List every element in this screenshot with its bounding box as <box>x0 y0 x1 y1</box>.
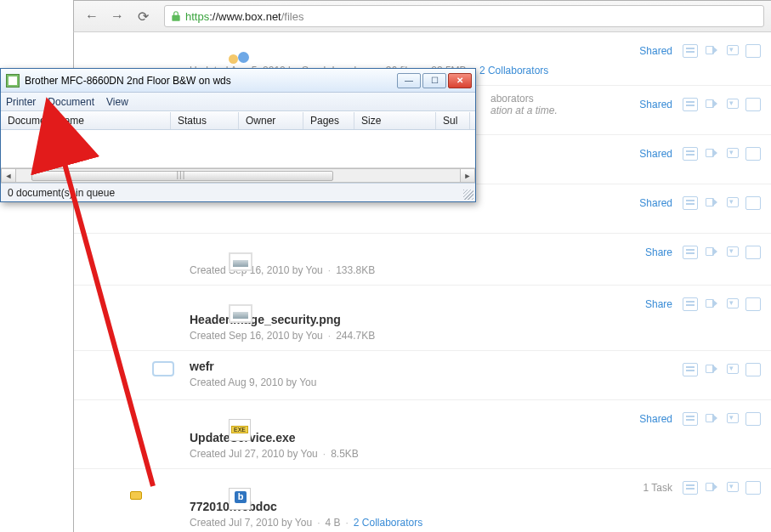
comment-icon[interactable] <box>683 196 698 210</box>
tag-icon[interactable] <box>703 481 720 495</box>
comment-icon[interactable] <box>683 363 698 376</box>
window-minimize-button[interactable]: — <box>397 73 421 88</box>
select-checkbox[interactable] <box>745 98 761 111</box>
more-actions-icon[interactable] <box>725 44 740 58</box>
tag-icon[interactable] <box>703 412 720 426</box>
comment-icon[interactable] <box>683 481 698 495</box>
file-meta: Created Aug 9, 2010 by You <box>190 376 771 388</box>
tag-icon[interactable] <box>703 147 720 161</box>
more-actions-icon[interactable] <box>725 481 740 495</box>
back-button[interactable]: ← <box>81 5 103 27</box>
share-link[interactable]: Shared <box>639 45 672 57</box>
row-action-icons <box>683 363 761 376</box>
resize-grip-icon[interactable] <box>463 190 473 200</box>
tag-icon[interactable] <box>703 196 720 210</box>
more-actions-icon[interactable] <box>725 98 740 111</box>
partial-text: ation at a time. <box>490 105 558 116</box>
row-action-icons <box>683 297 761 311</box>
more-actions-icon[interactable] <box>725 147 740 161</box>
select-checkbox[interactable] <box>745 246 761 259</box>
file-name[interactable]: UpdateService.exe <box>190 431 771 444</box>
menu-document[interactable]: Document <box>48 96 94 108</box>
column-header[interactable]: Sul <box>436 112 470 129</box>
share-link[interactable]: Shared <box>639 413 672 425</box>
url-path: /files <box>281 10 304 23</box>
file-name[interactable]: 772010.webdoc <box>190 500 771 513</box>
printer-status-text: 0 document(s) in queue <box>8 187 115 199</box>
row-action-icons <box>683 412 761 426</box>
printer-icon <box>6 74 20 88</box>
column-header[interactable]: Document Name <box>1 112 171 129</box>
task-count[interactable]: 1 Task <box>643 482 672 494</box>
column-header[interactable]: Status <box>171 112 239 129</box>
tag-icon[interactable] <box>703 44 720 58</box>
row-action-icons <box>683 147 761 161</box>
partial-text: aborators <box>490 93 558 105</box>
select-checkbox[interactable] <box>745 147 761 161</box>
more-actions-icon[interactable] <box>725 412 740 426</box>
menu-printer[interactable]: Printer <box>6 96 36 108</box>
file-name[interactable]: Headerimage_security.png <box>190 313 771 326</box>
collaborators-link[interactable]: 2 Collaborators <box>340 517 422 529</box>
menu-view[interactable]: View <box>106 96 128 108</box>
select-checkbox[interactable] <box>745 44 761 58</box>
file-row[interactable]: wefrCreated Aug 9, 2010 by You <box>74 351 771 400</box>
row-action-icons <box>683 98 761 111</box>
scroll-right-button[interactable]: ► <box>460 168 475 183</box>
lock-icon <box>170 10 182 22</box>
share-link[interactable]: Share <box>645 298 672 310</box>
printer-window: Brother MFC-8660DN 2nd Floor B&W on wds … <box>0 68 476 202</box>
file-row[interactable]: Created Sep 16, 2010 by You133.8KBShare <box>74 234 771 286</box>
column-header[interactable]: Owner <box>239 112 303 129</box>
file-row[interactable]: 772010.webdocCreated Jul 7, 2010 by You4… <box>74 469 771 532</box>
file-meta: Created Sep 16, 2010 by You244.7KB <box>190 330 771 342</box>
share-link[interactable]: Shared <box>639 197 672 209</box>
webdoc-icon <box>229 488 251 510</box>
column-header[interactable]: Size <box>354 112 436 129</box>
scroll-track[interactable] <box>16 168 460 183</box>
tag-icon[interactable] <box>703 363 720 376</box>
share-link[interactable]: Share <box>645 246 672 258</box>
scroll-left-button[interactable]: ◄ <box>1 168 16 183</box>
share-link[interactable]: Shared <box>639 99 672 110</box>
reload-button[interactable]: ⟳ <box>132 5 154 27</box>
img-icon <box>229 304 252 323</box>
select-checkbox[interactable] <box>745 363 761 376</box>
printer-title: Brother MFC-8660DN 2nd Floor B&W on wds <box>25 75 397 87</box>
comment-icon[interactable] <box>683 44 698 58</box>
select-checkbox[interactable] <box>745 481 761 495</box>
more-actions-icon[interactable] <box>725 297 740 311</box>
collaborators-link[interactable]: 2 Collaborators <box>467 65 549 76</box>
url-bar[interactable]: https ://www.box.net /files <box>164 5 764 27</box>
comment-icon[interactable] <box>683 412 698 426</box>
file-row[interactable]: UpdateService.exeCreated Jul 27, 2010 by… <box>74 400 771 469</box>
scroll-thumb[interactable] <box>31 171 333 181</box>
more-actions-icon[interactable] <box>725 246 740 259</box>
horizontal-scrollbar[interactable]: ◄ ► <box>1 167 475 183</box>
comment-icon[interactable] <box>683 297 698 311</box>
note-badge-icon <box>130 491 142 500</box>
tag-icon[interactable] <box>703 297 720 311</box>
more-actions-icon[interactable] <box>725 363 740 376</box>
printer-titlebar[interactable]: Brother MFC-8660DN 2nd Floor B&W on wds … <box>1 69 475 93</box>
chat-icon <box>152 361 176 380</box>
comment-icon[interactable] <box>683 147 698 161</box>
tag-icon[interactable] <box>703 246 720 259</box>
exe-icon <box>229 419 251 441</box>
more-actions-icon[interactable] <box>725 196 740 210</box>
file-row[interactable]: Headerimage_security.pngCreated Sep 16, … <box>74 286 771 351</box>
url-host: ://www.box.net <box>209 10 281 23</box>
row-action-icons <box>683 44 761 58</box>
tag-icon[interactable] <box>703 98 720 111</box>
comment-icon[interactable] <box>683 98 698 111</box>
comment-icon[interactable] <box>683 246 698 259</box>
select-checkbox[interactable] <box>745 196 761 210</box>
window-maximize-button[interactable]: ☐ <box>422 73 446 88</box>
select-checkbox[interactable] <box>745 412 761 426</box>
share-link[interactable]: Shared <box>639 148 672 160</box>
file-meta: Created Jul 27, 2010 by You8.5KB <box>190 448 771 460</box>
forward-button[interactable]: → <box>106 5 128 27</box>
select-checkbox[interactable] <box>745 297 761 311</box>
window-close-button[interactable]: ✕ <box>448 73 472 88</box>
column-header[interactable]: Pages <box>303 112 354 129</box>
